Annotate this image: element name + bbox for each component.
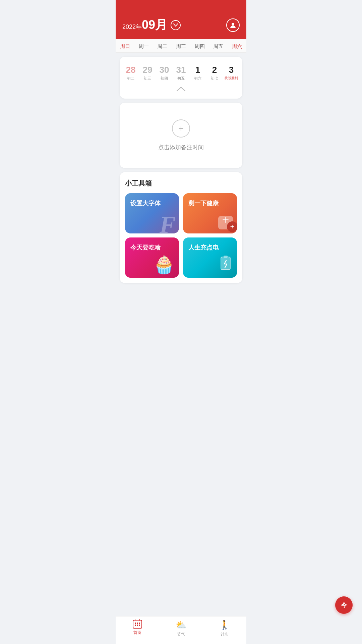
nav-steps-label: 计步 bbox=[221, 632, 229, 637]
solar-icon: ⛅ bbox=[176, 620, 186, 630]
header-date: 2022年09月 bbox=[122, 17, 181, 33]
header-year-month: 2022年09月 bbox=[122, 17, 167, 33]
weekday-headers: 周日 周一 周二 周三 周四 周五 周六 bbox=[116, 39, 246, 53]
day-number: 30 bbox=[157, 65, 172, 75]
weekday-sun: 周日 bbox=[116, 43, 134, 50]
month-dropdown-button[interactable] bbox=[171, 20, 181, 30]
tool-food-label: 今天要吃啥 bbox=[130, 244, 161, 252]
day-lunar: 初五 bbox=[173, 76, 189, 81]
nav-steps[interactable]: 🚶 计步 bbox=[203, 620, 246, 637]
weekday-thu: 周四 bbox=[190, 43, 209, 50]
toolbox-grid: 设置大字体 F 测一下健康 + 今天要吃啥 🧁 人生充点电 bbox=[125, 193, 237, 278]
app-header: 2022年09月 bbox=[116, 0, 246, 39]
nav-home[interactable]: 首页 bbox=[116, 620, 159, 637]
day-number: 28 bbox=[123, 65, 138, 75]
year-label: 2022年 bbox=[122, 23, 142, 30]
calendar-day-1[interactable]: 1 初六 bbox=[189, 63, 206, 83]
svg-point-0 bbox=[232, 23, 234, 25]
nav-home-label: 首页 bbox=[133, 630, 141, 636]
weekday-sat: 周六 bbox=[228, 43, 246, 50]
calendar-day-29[interactable]: 29 初三 bbox=[139, 63, 156, 83]
font-icon: F bbox=[160, 213, 176, 233]
day-number: 31 bbox=[173, 65, 189, 75]
weekday-fri: 周五 bbox=[209, 43, 228, 50]
day-lunar: 初二 bbox=[123, 76, 138, 81]
toolbox-title: 小工具箱 bbox=[125, 179, 237, 188]
add-icon: + bbox=[172, 119, 190, 138]
day-lunar: 初三 bbox=[140, 76, 155, 81]
weekday-tue: 周二 bbox=[153, 43, 172, 50]
health-bag-icon: + bbox=[218, 216, 233, 229]
day-lunar: 初七 bbox=[207, 76, 222, 81]
day-holiday: 抗战胜利 bbox=[224, 76, 239, 80]
bottom-navigation: 首页 ⛅ 节气 🚶 计步 bbox=[116, 616, 246, 644]
day-number: 3 bbox=[224, 65, 239, 75]
calendar-day-31[interactable]: 31 初五 bbox=[173, 63, 189, 83]
month-label: 09月 bbox=[142, 18, 167, 32]
add-note-card[interactable]: + 点击添加备注时间 bbox=[120, 103, 242, 168]
calendar-day-30[interactable]: 30 初四 bbox=[156, 63, 173, 83]
plus-circle-icon: + bbox=[227, 221, 237, 232]
calendar-day-3[interactable]: 3 抗战胜利 bbox=[223, 63, 240, 83]
svg-rect-1 bbox=[221, 257, 230, 270]
home-icon bbox=[133, 620, 142, 629]
tool-life-label: 人生充点电 bbox=[188, 244, 219, 252]
weekday-mon: 周一 bbox=[134, 43, 153, 50]
nav-solar-label: 节气 bbox=[177, 632, 185, 637]
steps-icon: 🚶 bbox=[219, 620, 230, 630]
weekday-wed: 周三 bbox=[172, 43, 190, 50]
avatar-button[interactable] bbox=[226, 18, 240, 32]
calendar-collapse-button[interactable] bbox=[122, 83, 240, 95]
tool-health-card[interactable]: 测一下健康 + bbox=[183, 193, 237, 233]
tool-health-label: 测一下健康 bbox=[188, 199, 219, 207]
day-number: 29 bbox=[140, 65, 155, 75]
toolbox-section: 小工具箱 设置大字体 F 测一下健康 + 今天要吃啥 🧁 人生充点电 bbox=[120, 172, 242, 283]
health-icon: + bbox=[218, 216, 233, 229]
calendar-card: 28 初二 29 初三 30 初四 31 初五 1 初六 2 初七 3 抗战胜利 bbox=[120, 57, 242, 99]
battery-icon bbox=[218, 255, 233, 275]
day-number: 2 bbox=[207, 65, 222, 75]
tool-life-card[interactable]: 人生充点电 bbox=[183, 237, 237, 278]
day-lunar: 初六 bbox=[190, 76, 205, 81]
day-number: 1 bbox=[190, 65, 205, 75]
add-note-label: 点击添加备注时间 bbox=[158, 144, 204, 151]
food-icon: 🧁 bbox=[153, 255, 175, 275]
tool-food-card[interactable]: 今天要吃啥 🧁 bbox=[125, 237, 179, 278]
calendar-day-2[interactable]: 2 初七 bbox=[206, 63, 223, 83]
calendar-day-28[interactable]: 28 初二 bbox=[122, 63, 139, 83]
nav-solar[interactable]: ⛅ 节气 bbox=[159, 620, 203, 637]
tool-font-card[interactable]: 设置大字体 F bbox=[125, 193, 179, 233]
calendar-week-row: 28 初二 29 初三 30 初四 31 初五 1 初六 2 初七 3 抗战胜利 bbox=[122, 63, 240, 83]
svg-rect-2 bbox=[224, 256, 228, 258]
day-lunar: 初四 bbox=[157, 76, 172, 81]
tool-font-label: 设置大字体 bbox=[130, 199, 161, 207]
